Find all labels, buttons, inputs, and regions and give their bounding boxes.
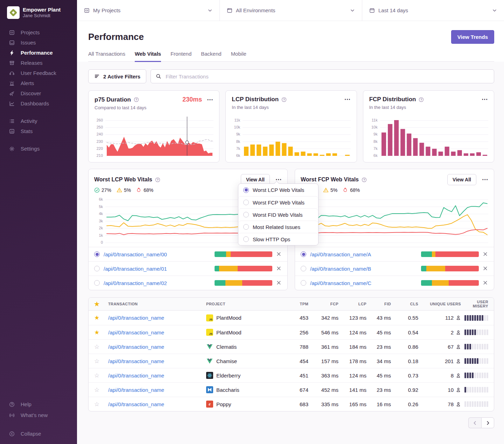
star-toggle[interactable]: ☆ xyxy=(94,344,108,350)
transaction-link[interactable]: /api/0/transaction_name/01 xyxy=(104,266,167,272)
menu-option-radio[interactable] xyxy=(243,187,249,193)
star-toggle[interactable]: ☆ xyxy=(94,387,108,393)
menu-option-label: Worst FID Web Vitals xyxy=(253,212,303,218)
menu-option-most-related-issues[interactable]: Most Related Issues xyxy=(238,221,318,233)
transaction-radio[interactable] xyxy=(94,266,100,271)
dashboards-icon xyxy=(9,101,15,106)
sidebar-item-help[interactable]: Help xyxy=(0,399,77,410)
sidebar-item-settings[interactable]: Settings xyxy=(0,144,77,154)
tab-backend[interactable]: Backend xyxy=(201,51,221,62)
close-icon[interactable] xyxy=(483,251,488,257)
project-cell: JSPlantMood xyxy=(206,314,285,321)
menu-option-worst-fcp-web-vitals[interactable]: Worst FCP Web Vitals xyxy=(238,196,318,208)
help-circle-icon[interactable] xyxy=(362,177,367,182)
vue-platform-icon xyxy=(206,343,213,350)
star-toggle[interactable]: ☆ xyxy=(94,358,108,364)
card-menu-button[interactable]: ⋯ xyxy=(344,98,351,101)
tpm-value: 453 xyxy=(285,315,308,321)
transaction-link[interactable]: /api/0/transaction_name/02 xyxy=(104,280,167,286)
search-input[interactable] xyxy=(165,73,489,80)
daterange-selector[interactable]: Last 14 days xyxy=(362,0,504,21)
transaction-link[interactable]: /api/0/transaction_name xyxy=(108,315,206,321)
star-toggle[interactable]: ★ xyxy=(94,315,108,321)
sidebar-item-whats-new[interactable]: What’s new xyxy=(0,410,77,421)
card-menu-button[interactable]: ⋯ xyxy=(482,178,488,181)
close-icon[interactable] xyxy=(483,280,488,286)
menu-option-radio[interactable] xyxy=(243,200,249,205)
view-all-button[interactable]: View All xyxy=(447,174,476,185)
transaction-link[interactable]: /api/0/transaction_name xyxy=(108,358,206,364)
sidebar-item-releases[interactable]: Releases xyxy=(0,58,77,68)
help-circle-icon[interactable] xyxy=(134,97,139,102)
tab-mobile[interactable]: Mobile xyxy=(231,51,246,62)
transaction-link[interactable]: /api/0/transaction_name xyxy=(108,401,206,407)
sidebar-collapse-button[interactable]: Collapse xyxy=(0,428,77,439)
menu-option-slow-http-ops[interactable]: Slow HTTP Ops xyxy=(238,233,318,245)
tab-all-transactions[interactable]: All Transactions xyxy=(88,51,125,62)
next-page-button[interactable] xyxy=(481,417,494,428)
card-menu-button[interactable]: ⋯ xyxy=(482,98,488,101)
sidebar-item-user-feedback[interactable]: User Feedback xyxy=(0,68,77,78)
sidebar-item-projects[interactable]: Projects xyxy=(0,27,77,37)
menu-option-worst-fid-web-vitals[interactable]: Worst FID Web Vitals xyxy=(238,208,318,221)
vitals-transaction-list: /api/0/transaction_name/00 /api/0/transa… xyxy=(89,247,287,290)
close-icon[interactable] xyxy=(276,266,282,271)
transaction-link[interactable]: /api/0/transaction_name xyxy=(108,373,206,379)
star-toggle[interactable]: ☆ xyxy=(94,401,108,407)
transaction-radio[interactable] xyxy=(94,280,100,286)
sidebar-item-activity[interactable]: Activity xyxy=(0,116,77,126)
star-toggle[interactable]: ☆ xyxy=(94,373,108,379)
star-toggle[interactable]: ★ xyxy=(94,329,108,335)
sidebar-item-label: Dashboards xyxy=(21,100,49,106)
transaction-radio[interactable] xyxy=(94,251,100,257)
menu-option-radio[interactable] xyxy=(243,236,249,242)
project-selector[interactable]: My Projects xyxy=(77,0,220,21)
menu-option-radio[interactable] xyxy=(243,212,249,217)
sidebar-item-performance[interactable]: Performance xyxy=(0,48,77,58)
menu-option-worst-lcp-web-vitals[interactable]: Worst LCP Web Vitals xyxy=(238,184,318,196)
close-icon[interactable] xyxy=(276,280,282,286)
sidebar-item-stats[interactable]: Stats xyxy=(0,126,77,136)
previous-page-button[interactable] xyxy=(468,417,481,428)
vitals-transaction-row: /api/0/transaction_name/01 xyxy=(89,261,287,276)
transaction-link[interactable]: /api/0/transaction_name/C xyxy=(310,280,371,286)
unique-users-cell: 2 xyxy=(418,329,461,335)
table-body: ★ /api/0/transaction_name JSPlantMood 45… xyxy=(89,311,494,411)
transaction-radio[interactable] xyxy=(301,280,306,286)
environment-selector[interactable]: All Environments xyxy=(220,0,362,21)
view-trends-button[interactable]: View Trends xyxy=(451,30,494,44)
close-icon[interactable] xyxy=(276,251,282,257)
unique-users-value: 8 xyxy=(451,373,454,379)
card-title: Worst LCP Web Vitals xyxy=(94,176,152,183)
org-switcher[interactable]: Empower Plant Jane Schmidt xyxy=(0,6,77,19)
transaction-link[interactable]: /api/0/transaction_name/B xyxy=(310,266,371,272)
menu-option-label: Worst LCP Web Vitals xyxy=(253,187,304,193)
menu-option-radio[interactable] xyxy=(243,224,249,230)
transaction-link[interactable]: /api/0/transaction_name/A xyxy=(310,251,371,257)
transaction-radio[interactable] xyxy=(301,266,306,271)
help-circle-icon[interactable] xyxy=(419,97,424,102)
sidebar-item-discover[interactable]: Discover xyxy=(0,88,77,98)
badge-value: 68% xyxy=(350,187,360,193)
help-circle-icon[interactable] xyxy=(155,177,160,182)
y-axis-label: 2k xyxy=(94,226,103,230)
help-circle-icon[interactable] xyxy=(281,97,287,102)
transaction-link[interactable]: /api/0/transaction_name xyxy=(108,329,206,335)
sidebar-item-alerts[interactable]: Alerts xyxy=(0,78,77,88)
sidebar-item-dashboards[interactable]: Dashboards xyxy=(0,98,77,109)
active-filters-button[interactable]: 2 Active Filters xyxy=(88,69,146,83)
card-menu-button[interactable]: ⋯ xyxy=(207,98,213,102)
table-row: ☆ /api/0/transaction_name Clematis 788 3… xyxy=(89,339,494,354)
star-column-header-icon[interactable]: ★ xyxy=(94,301,108,307)
meh-badge: 5% xyxy=(117,187,131,193)
transaction-radio[interactable] xyxy=(301,251,306,257)
discover-icon xyxy=(9,91,15,96)
transaction-link[interactable]: /api/0/transaction_name xyxy=(108,344,206,350)
stats-icon xyxy=(9,129,15,134)
transaction-link[interactable]: /api/0/transaction_name/00 xyxy=(104,251,167,257)
tab-frontend[interactable]: Frontend xyxy=(170,51,191,62)
close-icon[interactable] xyxy=(483,266,488,271)
tab-web-vitals[interactable]: Web Vitals xyxy=(135,51,161,62)
transaction-link[interactable]: /api/0/transaction_name xyxy=(108,387,206,393)
sidebar-item-issues[interactable]: Issues xyxy=(0,37,77,48)
